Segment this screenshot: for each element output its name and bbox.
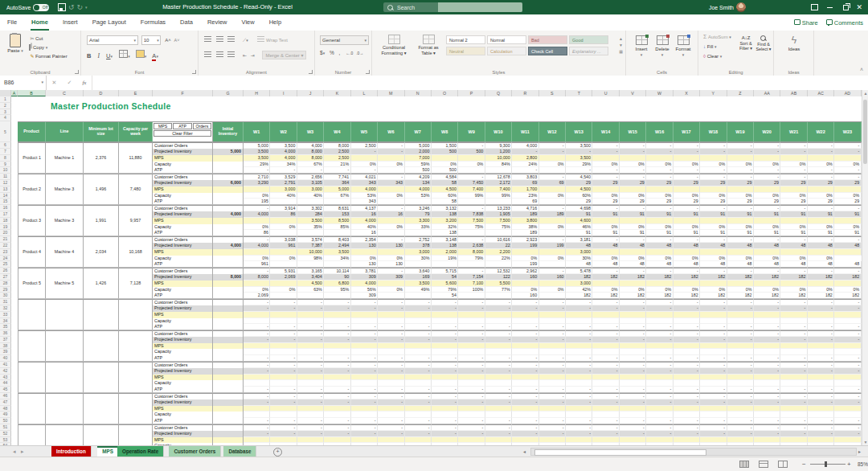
week-cell[interactable]: - [727,368,754,375]
autosum-button[interactable]: Σ AutoSum ▾ [703,32,731,42]
week-cell[interactable] [539,261,566,268]
product-info-cell[interactable] [18,324,46,330]
week-cell[interactable] [646,380,673,387]
week-cell[interactable]: 0% [539,256,566,262]
week-cell[interactable]: 7,400 [485,186,512,193]
row-label-cell[interactable]: MPS [153,343,213,350]
zoom-level[interactable]: 85% [852,461,868,467]
week-cell[interactable]: - [780,418,807,424]
week-cell[interactable] [244,318,270,325]
alignment-dialog-launcher[interactable] [309,70,313,74]
week-cell[interactable]: - [700,324,727,330]
week-cell[interactable]: 91 [674,211,700,218]
week-cell[interactable]: 0% [512,256,538,262]
week-cell[interactable] [405,199,432,205]
product-info-cell[interactable] [119,261,153,268]
product-info-cell[interactable] [46,299,84,305]
week-cell[interactable]: - [405,399,432,406]
product-info-cell[interactable] [119,205,153,211]
product-info-cell[interactable] [119,387,153,393]
week-cell[interactable] [512,312,538,318]
week-cell[interactable]: - [297,337,324,343]
week-cell[interactable] [351,375,378,381]
week-cell[interactable]: 0% [539,162,566,168]
scroll-down-icon[interactable]: ▼ [862,440,868,444]
week-cell[interactable] [539,199,566,205]
week-cell[interactable]: 182 [620,274,646,281]
week-cell[interactable]: 0% [620,224,646,231]
week-cell[interactable]: - [754,418,780,424]
product-info-cell[interactable] [18,437,46,444]
zoom-in-icon[interactable]: + [847,461,851,468]
product-info-cell[interactable] [18,355,46,362]
week-cell[interactable]: - [539,337,566,343]
row-number[interactable]: 51 [0,424,11,431]
week-cell[interactable] [727,218,754,224]
product-info-cell[interactable]: Machine 3 [46,186,84,193]
week-cell[interactable]: 98% [297,256,324,262]
initial-inventory-cell[interactable] [213,268,244,274]
week-cell[interactable]: - [674,387,700,393]
week-cell[interactable] [646,312,673,318]
product-info-cell[interactable] [84,305,119,312]
week-cell[interactable]: 86 [244,230,270,236]
week-cell[interactable]: - [566,362,592,368]
week-cell[interactable]: - [754,362,780,368]
undo-icon[interactable]: ↺ [68,0,75,14]
product-info-cell[interactable] [84,243,119,249]
week-cell[interactable] [754,186,780,193]
product-info-cell[interactable] [18,261,46,268]
week-cell[interactable]: 3,404 [297,274,324,281]
week-cell[interactable]: - [754,268,780,274]
product-info-cell[interactable] [119,180,153,186]
week-cell[interactable] [539,343,566,350]
week-cell[interactable]: 48 [674,261,700,268]
week-cell[interactable]: - [405,362,432,368]
week-cell[interactable]: 29 [780,199,807,205]
row-number[interactable]: 38 [0,343,11,350]
font-name-select[interactable]: Arial▾ [87,35,138,45]
week-cell[interactable]: 364 [324,180,350,186]
week-cell[interactable] [566,406,592,412]
initial-inventory-cell[interactable] [213,380,244,387]
paste-button[interactable]: Paste ▾ [5,34,26,66]
row-number[interactable]: 31 [0,299,11,305]
week-cell[interactable]: 182 [834,274,861,281]
format-as-table-button[interactable]: Format as Table ▾ [414,35,443,55]
product-info-cell[interactable] [119,330,153,337]
week-cell[interactable]: - [458,305,485,312]
week-cell[interactable] [458,375,485,381]
week-cell[interactable]: - [405,368,432,375]
wrap-text-button[interactable]: Wrap Text [257,38,287,43]
initial-inventory-cell[interactable] [213,412,244,418]
align-center-icon[interactable] [216,51,223,57]
week-cell[interactable]: 91 [727,211,754,218]
week-cell[interactable] [780,312,807,318]
redo-icon[interactable]: ↻ [77,0,84,14]
week-cell[interactable]: 48 [620,243,646,249]
product-info-cell[interactable]: 7,480 [119,186,153,193]
week-cell[interactable]: - [378,431,404,437]
week-cell[interactable]: - [727,424,754,431]
week-cell[interactable]: - [674,431,700,437]
week-cell[interactable]: - [834,418,861,424]
product-info-cell[interactable] [18,312,46,318]
cell-style-bad[interactable]: Bad [528,35,567,44]
page-layout-view-button[interactable] [759,461,768,468]
week-cell[interactable] [834,186,861,193]
week-cell[interactable]: 34% [324,256,350,262]
week-cell[interactable]: - [539,268,566,274]
week-cell[interactable]: 48 [646,261,673,268]
product-info-cell[interactable] [46,162,84,168]
week-cell[interactable]: - [539,355,566,362]
week-cell[interactable] [674,249,700,256]
column-header-W[interactable]: W [646,90,673,96]
product-info-cell[interactable] [18,318,46,325]
week-cell[interactable]: - [458,399,485,406]
column-header-AD[interactable]: AD [834,90,861,96]
week-cell[interactable]: - [834,393,861,399]
week-cell[interactable]: 91 [780,230,807,236]
week-cell[interactable] [270,218,297,224]
product-info-cell[interactable] [119,343,153,350]
week-cell[interactable]: - [405,387,432,393]
